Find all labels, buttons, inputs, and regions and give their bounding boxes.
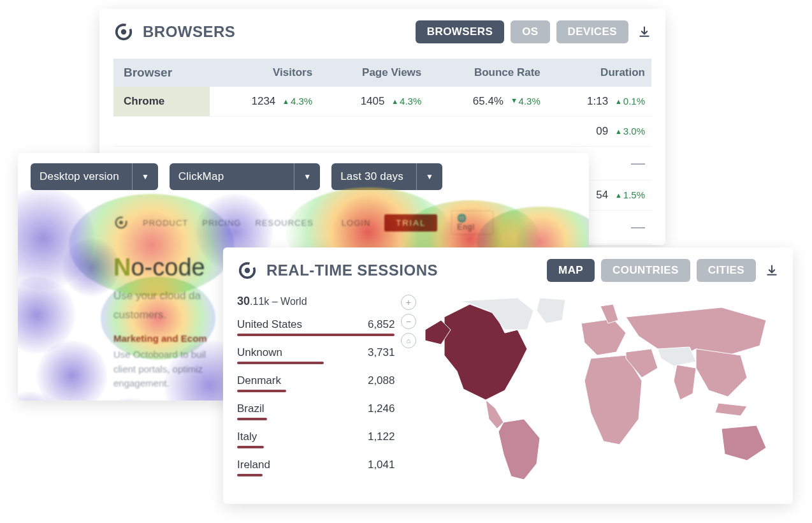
country-value: 1,122 xyxy=(368,431,395,443)
table-cell: 09 ▲3.0% xyxy=(547,117,651,147)
country-bar xyxy=(237,418,395,420)
target-icon xyxy=(237,260,257,281)
col-browser: Browser xyxy=(113,59,210,87)
chevron-down-icon: ▼ xyxy=(294,172,320,181)
country-name: Ireland xyxy=(237,459,270,471)
country-value: 3,731 xyxy=(368,346,395,359)
country-name: United States xyxy=(237,318,302,331)
download-icon[interactable] xyxy=(765,263,779,277)
sessions-title: REAL-TIME SESSIONS xyxy=(266,262,547,279)
col-duration: Duration xyxy=(547,59,651,87)
country-list: 30.11k – World United States6,852Unknown… xyxy=(237,295,395,486)
list-item[interactable]: Ireland1,041 xyxy=(237,453,395,474)
list-item[interactable]: Denmark2,088 xyxy=(237,369,395,390)
country-value: 1,041 xyxy=(368,459,395,471)
browsers-title: BROWSERS xyxy=(143,23,416,41)
nav-lang: 🌐 Engl xyxy=(451,210,493,235)
country-name: Italy xyxy=(237,431,257,443)
target-icon xyxy=(113,22,134,42)
sessions-tabs: MAP COUNTRIES CITIES xyxy=(547,259,756,282)
tab-countries[interactable]: COUNTRIES xyxy=(601,259,690,282)
table-cell: 1234 ▲4.3% xyxy=(210,87,319,117)
world-total: 30.11k – World xyxy=(237,295,395,308)
sessions-header: REAL-TIME SESSIONS MAP COUNTRIES CITIES xyxy=(223,247,793,291)
table-row[interactable]: Chrome1234 ▲4.3%1405 ▲4.3%65.4% ▲4.3%1:1… xyxy=(113,87,651,117)
tab-map[interactable]: MAP xyxy=(547,259,595,282)
table-cell xyxy=(113,117,210,147)
svg-point-5 xyxy=(245,268,250,273)
country-value: 1,246 xyxy=(368,402,395,415)
list-item[interactable]: United States6,852 xyxy=(237,313,395,334)
country-value: 2,088 xyxy=(368,374,395,387)
col-bounce: Bounce Rate xyxy=(428,59,547,87)
country-name: Unknown xyxy=(237,346,282,359)
tab-cities[interactable]: CITIES xyxy=(697,259,756,282)
table-cell: Chrome xyxy=(113,87,210,117)
table-cell: 65.4% ▲4.3% xyxy=(428,87,547,117)
country-value: 6,852 xyxy=(368,318,395,331)
dropdown-maptype[interactable]: ClickMap ▼ xyxy=(170,163,320,190)
zoom-in-button[interactable]: + xyxy=(401,295,416,310)
dropdown-version-label: Desktop version xyxy=(31,163,133,190)
svg-point-3 xyxy=(119,221,123,225)
country-bar xyxy=(237,362,395,364)
tab-os[interactable]: OS xyxy=(511,20,549,43)
country-bar xyxy=(237,334,395,336)
dropdown-version[interactable]: Desktop version ▼ xyxy=(31,163,158,190)
browsers-header: BROWSERS BROWSERS OS DEVICES xyxy=(99,9,665,52)
col-pageviews: Page Views xyxy=(319,59,428,87)
chevron-down-icon: ▼ xyxy=(133,172,158,181)
nav-login: LOGIN xyxy=(342,218,370,228)
world-map[interactable] xyxy=(422,295,779,486)
dropdown-daterange-label: Last 30 days xyxy=(331,163,417,190)
table-cell xyxy=(319,117,428,147)
chevron-down-icon: ▼ xyxy=(417,172,442,181)
country-name: Brazil xyxy=(237,402,265,415)
country-bar xyxy=(237,390,395,392)
nav-product: PRODUCT xyxy=(143,218,188,228)
table-cell xyxy=(428,117,547,147)
nav-resources: RESOURCES xyxy=(255,218,313,228)
country-bar xyxy=(237,446,395,448)
table-cell: 1405 ▲4.3% xyxy=(319,87,428,117)
zoom-out-button[interactable]: − xyxy=(401,314,416,329)
map-controls: + − ⌂ xyxy=(400,295,417,486)
nav-pricing: PRICING xyxy=(202,218,241,228)
svg-point-1 xyxy=(121,29,126,34)
dropdown-maptype-label: ClickMap xyxy=(170,163,295,190)
table-cell xyxy=(210,117,319,147)
heatmap-toolbar: Desktop version ▼ ClickMap ▼ Last 30 day… xyxy=(18,153,589,200)
map-home-button[interactable]: ⌂ xyxy=(401,333,416,348)
country-name: Denmark xyxy=(237,374,281,387)
list-item[interactable]: Unknown3,731 xyxy=(237,341,395,362)
download-icon[interactable] xyxy=(637,25,651,39)
list-item[interactable]: Brazil1,246 xyxy=(237,397,395,418)
table-cell: 1:13 ▲0.1% xyxy=(547,87,651,117)
dropdown-daterange[interactable]: Last 30 days ▼ xyxy=(331,163,442,190)
country-bar xyxy=(237,474,395,476)
tab-browsers[interactable]: BROWSERS xyxy=(416,20,504,43)
list-item[interactable]: Italy1,122 xyxy=(237,425,395,446)
table-row[interactable]: 09 ▲3.0% xyxy=(113,117,651,147)
sessions-body: 30.11k – World United States6,852Unknown… xyxy=(223,291,793,497)
sessions-panel: REAL-TIME SESSIONS MAP COUNTRIES CITIES … xyxy=(223,247,793,504)
tab-devices[interactable]: DEVICES xyxy=(556,20,628,43)
browsers-tabs: BROWSERS OS DEVICES xyxy=(416,20,628,43)
nav-trial: TRIAL xyxy=(384,214,437,232)
col-visitors: Visitors xyxy=(210,59,319,87)
target-icon xyxy=(113,215,129,230)
